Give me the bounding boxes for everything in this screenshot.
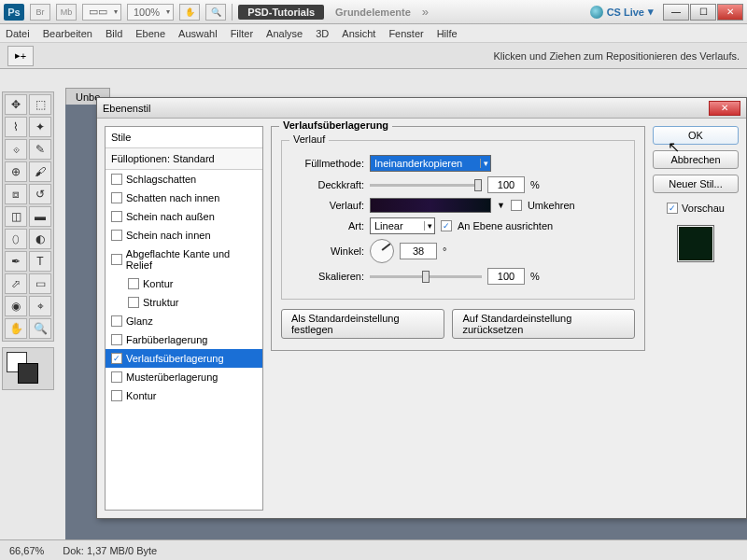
pen-tool[interactable]: ✒ (5, 251, 27, 272)
style-item-schlagschatten[interactable]: Schlagschatten (106, 170, 262, 189)
status-doc[interactable]: Dok: 1,37 MB/0 Byte (63, 545, 157, 556)
brush-tool[interactable]: 🖌 (29, 161, 51, 182)
hand-tool[interactable]: ✋ (5, 318, 27, 339)
preview-label: Vorschau (682, 203, 725, 214)
style-item-struktur[interactable]: Struktur (106, 293, 262, 312)
menu-ebene[interactable]: Ebene (135, 28, 165, 39)
menu-hilfe[interactable]: Hilfe (437, 28, 458, 39)
menu-filter[interactable]: Filter (231, 28, 253, 39)
zoom-tool-icon[interactable]: 🔍 (205, 4, 226, 21)
style-item-glanz[interactable]: Glanz (106, 312, 262, 330)
menu-ansicht[interactable]: Ansicht (342, 28, 375, 39)
style-item-schatten-nach-innen[interactable]: Schatten nach innen (106, 189, 262, 207)
ok-button[interactable]: OK (653, 126, 739, 145)
menu-auswahl[interactable]: Auswahl (178, 28, 218, 39)
workspace-essentials[interactable]: Grundelemente (330, 5, 416, 20)
minimize-button[interactable]: — (663, 4, 689, 21)
wand-tool[interactable]: ✦ (29, 117, 51, 137)
menu-bearbeiten[interactable]: Bearbeiten (43, 28, 92, 39)
eyedropper-tool[interactable]: ✎ (29, 139, 51, 160)
status-zoom[interactable]: 66,67% (9, 545, 44, 556)
maximize-button[interactable]: ☐ (690, 4, 716, 21)
zoom-dropdown[interactable]: 100% (127, 4, 174, 21)
reset-default-button[interactable]: Auf Standardeinstellung zurücksetzen (452, 309, 635, 339)
style-item-schein-nach-innen[interactable]: Schein nach innen (106, 226, 262, 245)
checkbox-icon[interactable]: ✓ (111, 353, 122, 364)
minibridge-button[interactable]: Mb (56, 4, 77, 21)
angle-dial[interactable] (370, 239, 394, 263)
dialog-titlebar[interactable]: Ebenenstil ✕ (97, 98, 746, 119)
scale-input[interactable] (487, 268, 525, 285)
checkbox-icon[interactable] (128, 297, 139, 308)
checkbox-icon[interactable] (111, 390, 122, 401)
stamp-tool[interactable]: ⧈ (5, 184, 27, 204)
checkbox-icon[interactable] (111, 371, 122, 383)
menu-fenster[interactable]: Fenster (388, 28, 423, 39)
tools-panel: ✥⬚ ⌇✦ ⟐✎ ⊕🖌 ⧈↺ ◫▬ ⬯◐ ✒T ⬀▭ ◉⌖ ✋🔍 (2, 91, 54, 390)
menu-datei[interactable]: Datei (6, 28, 30, 39)
style-item-farb-berlagerung[interactable]: Farbüberlagerung (106, 330, 262, 349)
zoom-tool[interactable]: 🔍 (29, 318, 51, 339)
scale-slider[interactable] (370, 275, 482, 278)
menu-3d[interactable]: 3D (316, 28, 329, 39)
camera-tool[interactable]: ⌖ (29, 296, 51, 316)
style-item-kontur[interactable]: Kontur (106, 274, 262, 293)
fill-options[interactable]: Fülloptionen: Standard (106, 148, 262, 170)
lasso-tool[interactable]: ⌇ (5, 117, 27, 137)
preview-checkbox[interactable]: ✓ (667, 203, 678, 214)
scale-label: Skalieren: (291, 271, 364, 282)
checkbox-icon[interactable] (111, 230, 122, 241)
eraser-tool[interactable]: ◫ (5, 206, 27, 227)
style-item-muster-berlagerung[interactable]: Musterüberlagerung (106, 368, 262, 386)
gradient-picker[interactable] (370, 198, 491, 213)
color-swatches[interactable] (2, 347, 54, 390)
menu-analyse[interactable]: Analyse (266, 28, 303, 39)
checkbox-icon[interactable] (111, 174, 122, 185)
marquee-tool[interactable]: ⬚ (29, 94, 51, 115)
close-button[interactable]: ✕ (717, 4, 743, 21)
menu-bild[interactable]: Bild (106, 28, 122, 39)
checkbox-icon[interactable] (111, 211, 122, 222)
style-item-abgeflachte-kante-und-relief[interactable]: Abgeflachte Kante und Relief (106, 245, 262, 274)
gradient-style-select[interactable]: Linear (370, 217, 435, 234)
checkbox-icon[interactable] (111, 192, 122, 203)
checkbox-icon[interactable] (111, 315, 122, 327)
workspace-pill[interactable]: PSD-Tutorials (238, 5, 324, 20)
cslive-menu[interactable]: CS Live ▾ (586, 6, 657, 19)
shape-tool[interactable]: ▭ (29, 273, 51, 294)
dodge-tool[interactable]: ◐ (29, 229, 51, 249)
move-tool-icon[interactable]: ▸+ (7, 46, 34, 66)
path-tool[interactable]: ⬀ (5, 273, 27, 294)
move-tool[interactable]: ✥ (5, 94, 27, 115)
dialog-close-button[interactable]: ✕ (709, 101, 740, 116)
set-default-button[interactable]: Als Standardeinstellung festlegen (281, 309, 444, 339)
checkbox-icon[interactable] (128, 278, 139, 289)
blur-tool[interactable]: ⬯ (5, 229, 27, 249)
align-checkbox[interactable]: ✓ (441, 220, 452, 231)
gradient-tool[interactable]: ▬ (29, 206, 51, 227)
style-item-schein-nach-au-en[interactable]: Schein nach außen (106, 207, 262, 226)
checkbox-icon[interactable] (111, 334, 122, 345)
style-item-kontur[interactable]: Kontur (106, 386, 262, 405)
style-item-verlaufs-berlagerung[interactable]: ✓Verlaufsüberlagerung (106, 349, 262, 368)
hand-tool-icon[interactable]: ✋ (179, 4, 200, 21)
cancel-button[interactable]: Abbrechen (653, 150, 739, 169)
background-color[interactable] (18, 363, 38, 384)
opacity-input[interactable] (487, 176, 525, 193)
type-tool[interactable]: T (29, 251, 51, 272)
heal-tool[interactable]: ⊕ (5, 161, 27, 182)
opacity-label: Deckkraft: (291, 179, 364, 190)
styles-heading[interactable]: Stile (106, 127, 262, 148)
history-brush-tool[interactable]: ↺ (29, 184, 51, 204)
bridge-button[interactable]: Br (30, 4, 50, 21)
chevron-right-icon[interactable]: » (422, 5, 429, 19)
3d-tool[interactable]: ◉ (5, 296, 27, 316)
arrange-dropdown[interactable]: ▭▭ (82, 4, 121, 21)
checkbox-icon[interactable] (111, 254, 122, 265)
blend-mode-select[interactable]: Ineinanderkopieren (370, 155, 491, 172)
new-style-button[interactable]: Neuer Stil... (653, 175, 739, 193)
reverse-checkbox[interactable] (511, 200, 522, 211)
opacity-slider[interactable] (370, 184, 482, 187)
crop-tool[interactable]: ⟐ (5, 139, 27, 160)
angle-input[interactable] (400, 243, 437, 259)
